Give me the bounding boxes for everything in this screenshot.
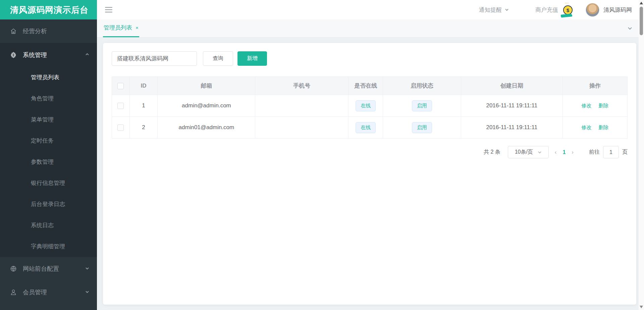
sidebar-item-menu-management[interactable]: 菜单管理 (0, 109, 97, 130)
sidebar-item-role-management[interactable]: 角色管理 (0, 88, 97, 109)
column-header-created: 创建日期 (461, 77, 562, 95)
vertical-scrollbar[interactable] (639, 0, 644, 310)
cell-id: 2 (129, 117, 158, 139)
content-card: 查询 新增 ID 邮箱 手机号 是否在线 (103, 43, 636, 305)
cell-created: 2016-11-11 19:11:11 (461, 95, 562, 117)
scrollbar-thumb[interactable] (640, 7, 643, 35)
cell-email: admin01@admin.com (158, 117, 255, 139)
tab-close-icon[interactable]: × (136, 25, 139, 31)
chevron-down-icon (538, 150, 542, 154)
page-size-select[interactable]: 10条/页 (508, 146, 549, 158)
sidebar-item-system-management[interactable]: 系统管理 (0, 43, 97, 67)
sidebar-item-label: 系统管理 (23, 51, 47, 59)
scroll-up-arrow-icon[interactable] (640, 2, 643, 4)
online-badge[interactable]: 在线 (356, 122, 376, 133)
app-window: 清风源码网演示后台 经营分析 系统管理 管理员列表 角色管理 菜单管理 定时任务… (0, 0, 644, 310)
table-row: 2 admin01@admin.com 在线 启用 2016-11-11 19:… (112, 117, 628, 139)
prev-page-button[interactable]: ‹ (555, 149, 557, 156)
sidebar-item-scheduled-tasks[interactable]: 定时任务 (0, 130, 97, 151)
topbar-right: 通知提醒 商户充值 ''' $ 清风源码网 (479, 2, 632, 17)
top-header: 通知提醒 商户充值 ''' $ 清风源码网 (97, 0, 644, 19)
page-suffix-label: 页 (622, 149, 628, 156)
delete-link[interactable]: 删除 (598, 103, 608, 108)
chevron-down-icon (85, 289, 90, 296)
chevron-down-icon (85, 265, 90, 272)
sidebar-item-parameter-management[interactable]: 参数管理 (0, 151, 97, 172)
column-header-actions: 操作 (562, 77, 627, 95)
sidebar-item-label: 经营分析 (23, 27, 47, 35)
select-all-checkbox[interactable] (117, 83, 124, 89)
recharge-label: 商户充值 (535, 6, 558, 14)
sidebar: 清风源码网演示后台 经营分析 系统管理 管理员列表 角色管理 菜单管理 定时任务… (0, 0, 97, 310)
chevron-down-icon (504, 7, 509, 12)
column-header-status: 启用状态 (383, 77, 461, 95)
current-page-number[interactable]: 1 (562, 149, 566, 155)
toolbar: 查询 新增 (112, 51, 628, 66)
sidebar-item-member-management[interactable]: 会员管理 (0, 280, 97, 304)
merchant-recharge-button[interactable]: 商户充值 ''' $ (535, 2, 574, 17)
sidebar-section-system: 系统管理 管理员列表 角色管理 菜单管理 定时任务 参数管理 银行信息管理 后台… (0, 43, 97, 257)
page-size-value: 10条/页 (515, 149, 533, 156)
total-count-label: 共 2 条 (484, 149, 500, 156)
table-row: 1 admin@admin.com 在线 启用 2016-11-11 19:11… (112, 95, 628, 117)
gear-icon (10, 52, 17, 58)
query-button[interactable]: 查询 (203, 51, 233, 66)
tab-bar: 管理员列表 × (97, 19, 644, 38)
sidebar-item-label: 网站前台配置 (23, 265, 59, 273)
pagination: 共 2 条 10条/页 ‹ 1 › 前往 页 (112, 146, 628, 158)
globe-icon (10, 265, 17, 272)
status-badge[interactable]: 启用 (412, 122, 432, 133)
goto-label: 前往 (589, 149, 600, 156)
app-logo: 清风源码网演示后台 (0, 0, 97, 19)
column-header-phone: 手机号 (255, 77, 348, 95)
menu-toggle-icon[interactable] (105, 7, 112, 12)
sidebar-item-system-log[interactable]: 系统日志 (0, 215, 97, 236)
online-badge[interactable]: 在线 (356, 100, 376, 111)
cell-email: admin@admin.com (158, 95, 255, 117)
delete-link[interactable]: 删除 (598, 124, 608, 130)
status-badge[interactable]: 启用 (412, 100, 432, 111)
edit-link[interactable]: 修改 (582, 103, 592, 108)
next-page-button[interactable]: › (572, 149, 574, 156)
column-header-email: 邮箱 (158, 77, 255, 95)
table-header-row: ID 邮箱 手机号 是否在线 启用状态 创建日期 操作 (112, 77, 628, 95)
edit-link[interactable]: 修改 (582, 124, 592, 130)
sidebar-item-bank-info[interactable]: 银行信息管理 (0, 172, 97, 194)
sidebar-item-dictionary-detail[interactable]: 字典明细管理 (0, 236, 97, 257)
home-icon (10, 28, 17, 35)
cell-created: 2016-11-11 19:11:11 (461, 117, 562, 139)
coin-hand-icon: ''' $ (561, 2, 574, 17)
row-checkbox[interactable] (117, 103, 124, 109)
sidebar-item-admin-list[interactable]: 管理员列表 (0, 67, 97, 88)
add-button[interactable]: 新增 (237, 51, 267, 66)
column-header-online: 是否在线 (348, 77, 383, 95)
admin-table: ID 邮箱 手机号 是否在线 启用状态 创建日期 操作 1 (112, 76, 628, 139)
tab-admin-list[interactable]: 管理员列表 × (103, 24, 139, 37)
tabbar-collapse-chevron-icon[interactable] (627, 25, 633, 32)
search-input[interactable] (112, 51, 197, 66)
username-label[interactable]: 清风源码网 (603, 6, 632, 14)
cell-phone (255, 117, 348, 139)
column-header-id: ID (129, 77, 158, 95)
scroll-down-arrow-icon[interactable] (640, 306, 643, 308)
sidebar-item-business-analysis[interactable]: 经营分析 (0, 19, 97, 43)
tab-label: 管理员列表 (104, 24, 132, 32)
sidebar-item-label: 会员管理 (23, 288, 47, 296)
main-area: 通知提醒 商户充值 ''' $ 清风源码网 (97, 0, 644, 310)
notification-label: 通知提醒 (479, 6, 502, 14)
row-checkbox[interactable] (117, 124, 124, 131)
content-area: 查询 新增 ID 邮箱 手机号 是否在线 (97, 38, 644, 310)
select-all-header (112, 77, 130, 95)
cell-phone (255, 95, 348, 117)
notification-dropdown[interactable]: 通知提醒 (479, 6, 509, 14)
user-avatar[interactable] (586, 3, 599, 17)
user-icon (10, 289, 17, 296)
cell-id: 1 (129, 95, 158, 117)
chevron-up-icon (85, 51, 90, 58)
goto-page-input[interactable] (603, 146, 619, 158)
sidebar-item-site-frontend-config[interactable]: 网站前台配置 (0, 257, 97, 280)
sidebar-item-login-log[interactable]: 后台登录日志 (0, 194, 97, 215)
